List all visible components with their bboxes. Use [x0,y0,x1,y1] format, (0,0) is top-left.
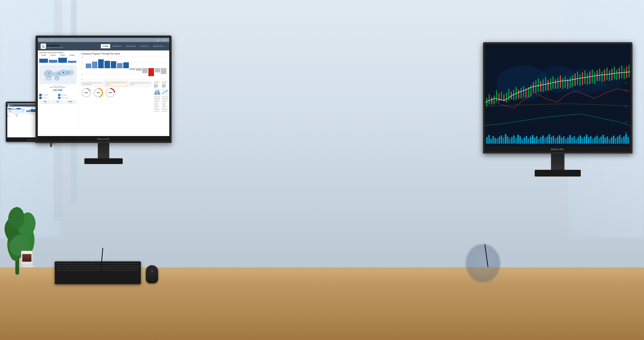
cat1-bar-6 [158,89,158,95]
svg-point-14 [69,72,70,73]
cat1-chart [154,89,160,95]
auth-links: Login Register [156,39,167,41]
coffee-cup [21,251,34,268]
svg-rect-71 [561,138,562,144]
nav-product[interactable]: PRODUCT [110,44,124,48]
category-cards: Category Name: Name Here [154,81,168,112]
svg-rect-126 [526,89,527,98]
left-panel: How People Travel Around The World 73,00… [38,51,78,136]
monitor-right-bezel: 1.8 1.6 1.4 1.2 1.0 0.8 PHILIPS [483,42,632,154]
svg-rect-43 [503,138,504,144]
monitor-right-stand-base [535,170,581,177]
svg-rect-51 [520,136,521,144]
svg-text:1.8: 1.8 [625,71,627,73]
svg-rect-156 [599,69,600,81]
social-icon-2: ✦ [43,39,44,41]
bar-7 [123,57,129,80]
svg-rect-60 [538,139,540,144]
svg-rect-101 [623,136,625,144]
nav-our-team[interactable]: OUR TEAM [124,44,138,48]
cruises-icon [58,97,60,99]
logo-text: BUSINESS Inspire. Innovate. Succeed. [47,45,64,48]
website-content: ✦ ✦ ✦ ✦ ✦ Login Register 🏠 [38,38,169,136]
svg-point-11 [54,77,60,80]
svg-rect-87 [594,137,596,144]
flights-icon [39,94,42,96]
social-icons: ✦ ✦ ✦ ✦ ✦ [40,39,54,41]
monitor-main: ✦ ✦ ✦ ✦ ✦ Login Register 🏠 [36,36,172,143]
svg-text:1.4: 1.4 [625,90,627,92]
category-card-1: Category Name: Name Here [154,81,160,112]
site-logo: 🏠 BUSINESS Inspire. Innovate. Succeed. [41,44,64,49]
mini-stats-row: 52K hotels 31K cars 25.4K cruise [39,100,76,104]
comparisons-icon: ▶ COMPARISONS [39,86,76,88]
svg-rect-145 [572,75,573,87]
mini-stat-1: 52K hotels [39,100,51,104]
svg-point-13 [63,72,64,73]
svg-rect-75 [569,135,571,144]
monitor-main-stand-base [84,158,123,164]
svg-rect-162 [614,67,615,79]
keyboard [55,261,141,284]
svg-rect-64 [546,137,548,144]
svg-rect-100 [621,138,623,144]
svg-rect-91 [602,135,604,144]
svg-rect-164 [619,68,620,79]
svg-rect-163 [616,70,617,80]
mouse [146,265,158,283]
donut-circles-row: 45% [81,88,152,98]
logo-icon: 🏠 [41,44,46,49]
svg-rect-65 [548,134,550,144]
cat2-name: Name Here [162,84,168,88]
cat1-name: Name Here [154,84,160,88]
svg-rect-93 [606,136,608,144]
nav-home[interactable]: HOME [101,44,110,48]
svg-rect-83 [586,135,588,144]
svg-rect-123 [518,90,519,98]
svg-rect-69 [557,137,558,144]
main-nav: 🏠 BUSINESS Inspire. Innovate. Succeed. H… [38,42,169,51]
svg-rect-77 [574,136,575,144]
register-link[interactable]: Register [162,39,167,41]
svg-rect-36 [488,135,490,144]
monitor-right-brand: PHILIPS [551,148,564,151]
logo-tagline: Inspire. Innovate. Succeed. [47,47,64,48]
svg-rect-158 [604,70,605,81]
svg-rect-142 [565,76,566,88]
donut-45-label: 45% [81,88,92,98]
monitor-small-brand: PHILIPS [28,139,35,140]
svg-text:1.2: 1.2 [625,106,627,107]
mini-stat-2: 31K cars [52,100,64,104]
bar-5 [111,57,116,80]
bg-chair [466,244,500,282]
svg-rect-161 [612,69,612,80]
donut-50-label: 50% [105,88,116,98]
svg-rect-97 [615,138,616,144]
svg-rect-99 [619,135,620,144]
monitor-right-stand-neck [551,154,564,171]
login-link[interactable]: Login [156,39,160,41]
bar-9 [136,57,142,80]
svg-rect-78 [576,139,577,144]
svg-text:1.6: 1.6 [625,82,627,84]
text-box-2: Lorem ipsum dolor title here if you want… [105,81,128,86]
nav-contact[interactable]: CONTACT [138,44,151,48]
svg-rect-48 [513,135,515,144]
nav-services[interactable]: SERVICES [151,44,166,48]
svg-rect-76 [571,138,573,144]
svg-rect-121 [513,90,514,100]
svg-rect-62 [542,135,544,144]
svg-rect-54 [526,136,527,144]
svg-rect-147 [577,72,578,85]
svg-rect-79 [578,137,579,144]
svg-rect-50 [517,135,519,144]
monitor-main-screen: ✦ ✦ ✦ ✦ ✦ Login Register 🏠 [38,38,169,136]
svg-rect-129 [533,82,534,93]
flights-label: 75K Flights [42,94,48,96]
donuts-section: Lorem ipsum dolor title here if you want… [81,81,152,98]
donut-text-row: Lorem ipsum dolor title here if you want… [81,81,152,86]
svg-rect-89 [598,138,600,144]
text-box-1: Lorem ipsum dolor title here if you want… [81,81,104,86]
social-icon-1: ✦ [40,39,41,41]
svg-rect-98 [617,137,618,144]
